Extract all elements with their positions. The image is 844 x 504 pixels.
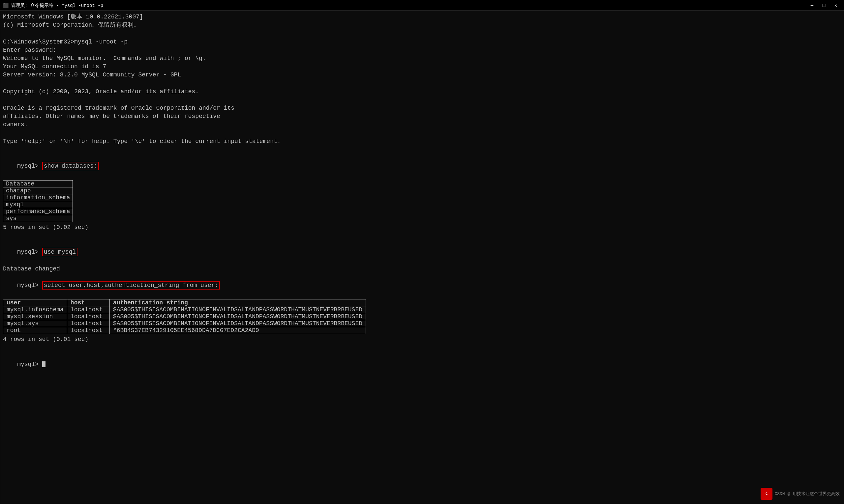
db-row-5: sys — [3, 215, 73, 222]
user-table: user host authentication_string mysql.in… — [3, 299, 366, 334]
watermark: C CSDN @ 用技术让这个世界更高效 — [761, 488, 840, 500]
database-table: Database chatapp information_schema mysq… — [3, 180, 73, 222]
user-result: 4 rows in set (0.01 sec) — [3, 335, 841, 344]
show-databases-cmd: show databases; — [42, 162, 99, 170]
user-row-3-user: mysql.sys — [3, 320, 67, 327]
gap-line-1 — [3, 232, 841, 240]
user-row-2-auth: $A$005$THISISACOMBINATIONOFINVALIDSALTAN… — [109, 313, 366, 320]
title-bar: ⬛ 管理员: 命令提示符 - mysql -uroot -p ─ □ ✕ — [0, 0, 844, 11]
watermark-label: CSDN @ 用技术让这个世界更高效 — [774, 491, 840, 497]
user-row-3-auth: $A$005$THISISACOMBINATIONOFINVALIDSALTAN… — [109, 320, 366, 327]
cursor — [42, 361, 46, 367]
db-table-header: Database — [3, 180, 73, 187]
host-col-header: host — [67, 300, 109, 306]
terminal-icon: ⬛ — [3, 3, 8, 8]
output-line-3 — [3, 29, 841, 38]
cmd1-prompt: mysql> — [17, 163, 42, 169]
output-line-4: C:\Windows\System32>mysql -uroot -p — [3, 38, 841, 46]
csdn-icon-text: C — [765, 492, 768, 496]
output-line-9 — [3, 79, 841, 88]
use-mysql-cmd: use mysql — [42, 248, 77, 256]
db-row-4: performance_schema — [3, 208, 73, 215]
output-line-10: Copyright (c) 2000, 2023, Oracle and/or … — [3, 88, 841, 96]
user-col-header: user — [3, 300, 67, 306]
output-line-14: owners. — [3, 121, 841, 129]
user-row-4-auth: *6BB4S37EB74329105EE4568DDA7DCG7ED2CA2AD… — [109, 327, 366, 334]
auth-col-header: authentication_string — [109, 300, 366, 306]
output-line-8: Server version: 8.2.0 MySQL Community Se… — [3, 71, 841, 79]
user-row-1-user: mysql.infoschema — [3, 306, 67, 313]
output-line-16: Type 'help;' or '\h' for help. Type '\c'… — [3, 137, 841, 146]
user-row-1-auth: $A$005$THISISACOMBINATIONOFINVALIDSALTAN… — [109, 306, 366, 313]
user-row-2-host: localhost — [67, 313, 109, 320]
output-line-7: Your MySQL connection id is 7 — [3, 62, 841, 71]
cmd1-line: mysql> show databases; — [3, 154, 841, 179]
output-line-13: affiliates. Other names may be trademark… — [3, 112, 841, 121]
cmd2-line: mysql> use mysql — [3, 240, 841, 265]
db-row-3: mysql — [3, 201, 73, 208]
final-prompt-line: mysql> — [3, 352, 841, 377]
db-row-1: chatapp — [3, 187, 73, 194]
user-row-3-host: localhost — [67, 320, 109, 327]
user-row-1-host: localhost — [67, 306, 109, 313]
maximize-button[interactable]: □ — [819, 2, 829, 9]
output-line-6: Welcome to the MySQL monitor. Commands e… — [3, 54, 841, 62]
minimize-button[interactable]: ─ — [807, 2, 817, 9]
title-bar-left: ⬛ 管理员: 命令提示符 - mysql -uroot -p — [3, 3, 103, 8]
output-line-1: Microsoft Windows [版本 10.0.22621.3007] — [3, 13, 841, 21]
db-changed-line: Database changed — [3, 265, 841, 273]
output-line-17 — [3, 146, 841, 154]
output-line-5: Enter password: — [3, 46, 841, 54]
final-prompt: mysql> — [17, 361, 42, 367]
user-row-2-user: mysql.session — [3, 313, 67, 320]
output-line-2: (c) Microsoft Corporation。保留所有权利。 — [3, 21, 841, 29]
title-bar-controls: ─ □ ✕ — [807, 2, 841, 9]
close-button[interactable]: ✕ — [830, 2, 841, 9]
user-row-4-host: localhost — [67, 327, 109, 334]
output-line-12: Oracle is a registered trademark of Orac… — [3, 104, 841, 112]
csdn-icon: C — [761, 488, 773, 500]
cmd3-line: mysql> select user,host,authentication_s… — [3, 273, 841, 298]
select-user-cmd: select user,host,authentication_string f… — [42, 281, 220, 290]
output-line-15 — [3, 129, 841, 137]
title-bar-title: 管理员: 命令提示符 - mysql -uroot -p — [11, 3, 103, 8]
user-row-4-user: root — [3, 327, 67, 334]
output-line-11 — [3, 96, 841, 104]
database-table-container: Database chatapp information_schema mysq… — [3, 180, 841, 222]
cmd2-prompt: mysql> — [17, 249, 42, 255]
db-result: 5 rows in set (0.02 sec) — [3, 223, 841, 232]
gap-line-2 — [3, 344, 841, 352]
db-row-2: information_schema — [3, 194, 73, 201]
cmd3-prompt: mysql> — [17, 282, 42, 289]
terminal-window: Microsoft Windows [版本 10.0.22621.3007] (… — [0, 11, 844, 504]
user-table-container: user host authentication_string mysql.in… — [3, 299, 841, 334]
